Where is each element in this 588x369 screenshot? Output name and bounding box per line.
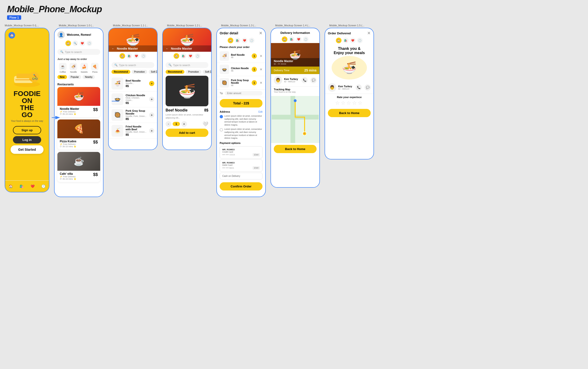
nav-bag-15[interactable]: 🛍️ <box>343 38 349 43</box>
back-arrow-icon[interactable]: ← <box>112 47 114 50</box>
svg-rect-5 <box>15 80 32 80</box>
message-driver-btn[interactable]: 💬 <box>310 77 317 83</box>
food-item-1[interactable]: 🍲 Chicken Noodle Meat, Chicken, Onion...… <box>109 92 157 107</box>
food-item-3[interactable]: 🍝 Fried Noodle with Beef Noodle, Beef, O… <box>109 123 157 139</box>
address-edit-btn[interactable]: Edit <box>258 111 262 113</box>
screen-10: 👤 Welcome, Romeo! 🏠 🔍 ❤️ 🕐 🔍 Type to sea… <box>54 28 103 197</box>
nav-bag-13[interactable]: 🛍️ <box>235 38 240 43</box>
nav-clock-12[interactable]: 🕐 <box>195 53 200 59</box>
nav-bag-icon[interactable]: 🛍️ <box>18 183 25 190</box>
close-icon-13[interactable]: ✕ <box>259 31 262 36</box>
screen12-search[interactable]: 🔍 Type to search <box>165 62 208 68</box>
nav-home-12[interactable]: 🏠 <box>174 53 179 59</box>
signup-button[interactable]: Sign up <box>13 126 41 134</box>
nav-bag-12[interactable]: 🛍️ <box>181 53 186 59</box>
filter-popular[interactable]: Popular <box>68 75 81 79</box>
nav-clock-icon[interactable]: 🕐 <box>40 183 47 190</box>
tab-promotion-12[interactable]: Promotion <box>186 70 201 74</box>
payment-cash[interactable]: Cash on Delivery <box>220 173 262 179</box>
nav-home-14[interactable]: 🏠 <box>282 36 288 42</box>
back-arrow-icon-12[interactable]: ← <box>165 47 169 50</box>
screen10-search[interactable]: 🔍 Type to search <box>57 49 100 55</box>
wishlist-heart-icon[interactable]: 🤍 <box>203 121 208 127</box>
back-home-button-14[interactable]: Back to Home <box>274 145 317 153</box>
qty-minus[interactable]: - <box>165 121 171 127</box>
nav-clock-11[interactable]: 🕐 <box>141 53 146 59</box>
nav-home-13[interactable]: 🏠 <box>228 38 233 43</box>
remove-item-2[interactable]: ✕ <box>260 81 262 85</box>
food-price-2: 8$ <box>126 117 147 121</box>
address-header: Address Edit <box>217 109 265 114</box>
tab-recommend[interactable]: Recommend <box>112 70 130 74</box>
nav-fav[interactable]: ❤️ <box>80 41 85 46</box>
food-item-0[interactable]: 🍜 Beef Noodle Noodle... 8$ + <box>109 76 157 92</box>
restaurant-card-0[interactable]: 🍜 Noodle Master ⚡ Free Delivery ⏱ 35-15 … <box>57 87 100 117</box>
restaurant-card-2[interactable]: ☕ Cafe' villa ⚡ Free Delivery ⏱ 35-15 mi… <box>57 152 100 182</box>
nav-heart-13[interactable]: ❤️ <box>242 38 248 43</box>
nav-heart-11[interactable]: ❤️ <box>134 53 139 59</box>
nav-heart-15[interactable]: ❤️ <box>350 38 356 43</box>
food-price-3: 8$ <box>126 133 147 136</box>
filter-new[interactable]: New <box>57 75 67 79</box>
product-price: 8$ <box>204 108 208 113</box>
noodle-icon: 🍜 <box>70 63 77 70</box>
rest-info-2: Cafe' villa ⚡ Free Delivery ⏱ 35-15 mins… <box>57 171 100 182</box>
back-home-button-15[interactable]: Back to Home <box>328 109 371 117</box>
payment-credit[interactable]: MR. ROMEO Credit Card •••• •••• XXXX CVV <box>220 146 262 159</box>
get-started-button[interactable]: Get Started <box>10 145 43 154</box>
add-to-cart-button[interactable]: Add to cart <box>165 129 208 137</box>
add-item-btn-0[interactable]: + <box>149 81 154 86</box>
remove-item-1[interactable]: ✕ <box>260 68 262 71</box>
payment-debit[interactable]: MR. ROMEO Debit Card •••• •••• $421 CVV <box>220 159 262 172</box>
tab-promotion[interactable]: Promotion <box>132 70 147 74</box>
call-driver-btn[interactable]: 📞 <box>301 77 308 83</box>
category-coffee[interactable]: ☕ Coffee <box>59 63 67 73</box>
add-item-btn-1[interactable]: + <box>149 97 154 102</box>
rest-img-1: 🍕 <box>57 120 100 138</box>
nav-home-15[interactable]: 🏠 <box>336 38 341 43</box>
close-icon-15[interactable]: ✕ <box>367 31 371 36</box>
nav-clock-15[interactable]: 🕐 <box>357 38 363 43</box>
screen11-search[interactable]: 🔍 Type to search <box>112 62 154 68</box>
add-item-btn-2[interactable]: + <box>149 113 154 118</box>
confirm-order-button[interactable]: Confirm Order <box>220 182 262 191</box>
nav-heart-12[interactable]: ❤️ <box>188 53 193 59</box>
remove-item-0[interactable]: ✕ <box>260 54 262 58</box>
nav-home-11[interactable]: 🏠 <box>120 53 125 59</box>
food-img-3: 🍝 <box>112 125 123 137</box>
tab-softdrink-12[interactable]: Soft Drink <box>203 70 211 74</box>
tab-softdrink[interactable]: Soft Drink <box>149 70 157 74</box>
tap-label: Just a tap away to order <box>55 57 103 62</box>
nav-home[interactable]: 🏠 <box>65 41 71 46</box>
nav-home-icon[interactable]: 🏠 <box>7 183 14 190</box>
add-item-btn-3[interactable]: + <box>149 128 154 133</box>
category-sweets[interactable]: 🍰 Sweets <box>81 63 88 73</box>
call-driver-btn-15[interactable]: 📞 <box>356 84 362 91</box>
nav-history[interactable]: 🕐 <box>87 41 92 46</box>
nav-bag-14[interactable]: 🛍️ <box>289 36 294 42</box>
food-item-2[interactable]: 🥘 Pork Gray Soup Noodle Noodle, Pork, On… <box>109 107 157 123</box>
nav-heart-14[interactable]: ❤️ <box>296 36 301 42</box>
order-qty-2: 1 <box>252 80 257 85</box>
address-radio-1[interactable] <box>220 115 223 118</box>
login-button[interactable]: Log in <box>13 136 41 144</box>
nav-search[interactable]: 🔍 <box>72 41 78 46</box>
nav-clock-14[interactable]: 🕐 <box>303 36 309 42</box>
tip-label: Tip <box>220 92 223 94</box>
qty-plus[interactable]: + <box>181 121 187 127</box>
category-noodle[interactable]: 🍜 Noodle <box>70 63 77 73</box>
message-driver-btn-15[interactable]: 💬 <box>365 84 371 91</box>
nav-clock-13[interactable]: 🕐 <box>249 38 255 43</box>
nav-bag-11[interactable]: 🛍️ <box>126 53 132 59</box>
filter-nearby[interactable]: Nearby <box>83 75 95 79</box>
payment-label: Payment options <box>217 141 265 145</box>
driver-info: Ken Turkey ID - MM123 <box>284 78 300 83</box>
nav-heart-icon[interactable]: ❤️ <box>29 183 36 190</box>
tab-recommend-12[interactable]: Recommend <box>165 70 184 74</box>
category-pizza-label: Pizza <box>92 71 97 73</box>
tip-input[interactable] <box>225 91 262 95</box>
address-radio-2[interactable] <box>220 128 223 132</box>
restaurant-card-1[interactable]: 🍕 Pizza Kudos ⚡ Free Delivery ⏱ 35-15 mi… <box>57 120 100 150</box>
star-rating[interactable]: ☆☆☆☆☆ <box>328 100 371 106</box>
category-pizza[interactable]: 🍕 Pizza <box>91 63 99 73</box>
